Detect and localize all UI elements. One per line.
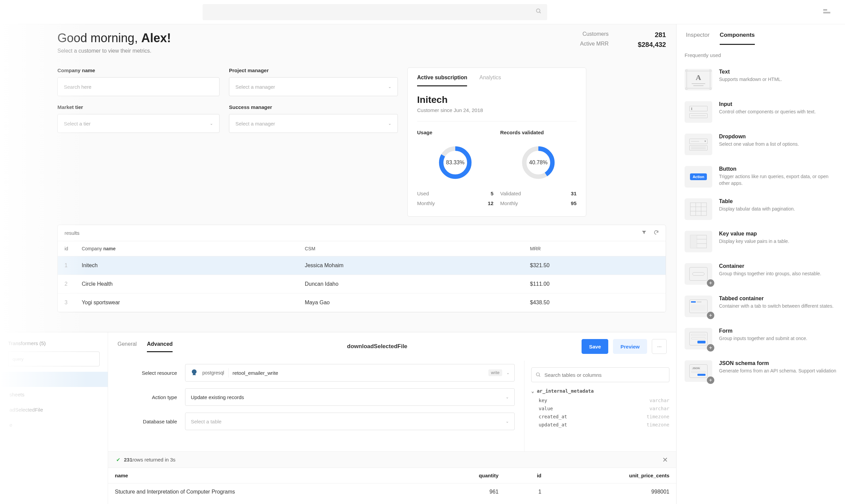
dg-col-name[interactable]: name (108, 468, 426, 483)
resource-mode: write (488, 370, 502, 376)
svg-rect-17 (690, 235, 697, 248)
action-select[interactable]: Update existing records⌄ (185, 388, 515, 406)
filter-icon[interactable] (641, 230, 647, 236)
container-icon: + (685, 263, 712, 285)
query-search[interactable]: query (8, 352, 100, 366)
usage-monthly-value: 12 (488, 200, 494, 206)
usage-pct: 83.33% (446, 160, 464, 166)
tree-column[interactable]: valuevarchar (531, 404, 669, 413)
component-item-text[interactable]: ATextSupports markdown or HTML. (685, 64, 837, 96)
inspector-panel: Inspector Components Frequently used ATe… (676, 24, 845, 504)
global-search-input[interactable] (208, 10, 536, 15)
dropdown-icon: ▾ (685, 133, 712, 155)
more-icon[interactable]: ⋯ (652, 339, 667, 354)
table-row[interactable]: 3Yogi sportswearMaya Gao$438.50 (58, 293, 666, 312)
col-csm[interactable]: CSM (298, 241, 523, 256)
tree-column[interactable]: created_attimezone (531, 413, 669, 421)
plus-icon: + (707, 312, 714, 319)
tree-node[interactable]: ⌄ar_internal_metadata (531, 388, 669, 394)
col-mrr[interactable]: MRR (523, 241, 666, 256)
dg-col-upc[interactable]: unit_price_cents (548, 468, 676, 483)
tab-active-subscription[interactable]: Active subscription (417, 75, 467, 86)
results-count: results (65, 230, 79, 236)
tab-components[interactable]: Components (720, 32, 755, 45)
table-row[interactable]: Stucture and Interpretation of Computer … (108, 483, 676, 501)
resource-select[interactable]: postgresql retool_emailer_write write ⌄ (185, 364, 515, 381)
stat-customers-value: 281 (622, 31, 666, 39)
svg-line-1 (539, 12, 541, 13)
records-monthly-value: 95 (571, 200, 576, 206)
panels-icon[interactable] (822, 7, 831, 17)
table-select[interactable]: Select a table⌄ (185, 413, 515, 430)
save-button[interactable]: Save (582, 339, 608, 354)
table-row[interactable]: 2Circle HealthDuncan Idaho$111.00 (58, 275, 666, 293)
tab-general[interactable]: General (118, 341, 137, 352)
form-icon: + (685, 328, 712, 349)
col-id[interactable]: id (58, 241, 75, 256)
component-item-table[interactable]: TableDisplay tabular data with paginatio… (685, 193, 837, 226)
sm-label: Success manager (229, 104, 398, 110)
svg-line-19 (539, 376, 540, 377)
tab-analytics[interactable]: Analytics (479, 75, 501, 86)
preview-button[interactable]: Preview (613, 339, 647, 354)
close-icon[interactable]: ✕ (662, 456, 668, 464)
company-label: Company name (57, 68, 220, 73)
table-label: Database table (118, 419, 185, 425)
company-search-input[interactable]: Search here (57, 77, 220, 96)
plus-icon: + (707, 344, 714, 352)
components-section-title: Frequently used (685, 52, 837, 58)
subscription-panel: Active subscription Analytics Initech Cu… (407, 68, 586, 217)
resource-db: postgresql (202, 370, 224, 376)
tab-inspector[interactable]: Inspector (686, 32, 710, 45)
check-icon: ✔ (116, 457, 121, 463)
stat-mrr-label: Active MRR (568, 41, 608, 49)
input-icon: I (685, 101, 712, 123)
svg-point-18 (536, 373, 539, 376)
records-pct: 40.78% (529, 160, 548, 166)
subscription-company: Initech (417, 94, 576, 105)
columns-search-input[interactable] (545, 372, 665, 378)
button-icon: Action (685, 166, 712, 187)
svg-point-0 (536, 9, 540, 13)
dg-col-quantity[interactable]: quantity (426, 468, 505, 483)
component-item-form[interactable]: +FormGroup inputs together and submit at… (685, 323, 837, 355)
pm-select[interactable]: Select a manager⌄ (229, 77, 398, 96)
tree-column[interactable]: updated_attimezone (531, 421, 669, 429)
tier-select[interactable]: Select a tier⌄ (57, 114, 220, 133)
table-icon (685, 198, 712, 220)
component-item-button[interactable]: ActionButtonTrigger actions like run que… (685, 161, 837, 193)
records-title: Records validated (500, 129, 576, 135)
col-company[interactable]: Company name (75, 241, 298, 256)
list-item[interactable]: sheets (0, 387, 108, 402)
list-item[interactable] (0, 372, 108, 387)
component-item-json[interactable]: JSON+JSON schema formGenerate forms from… (685, 355, 837, 387)
tab-transformers[interactable]: Transformers (5) (8, 340, 46, 346)
used-label: Used (417, 191, 429, 196)
tab-advanced[interactable]: Advanced (147, 341, 173, 352)
bottom-panel: Transformers (5) query sheetsadSelectedF… (0, 332, 676, 504)
sm-select[interactable]: Select a manager⌄ (229, 114, 398, 133)
component-item-dropdown[interactable]: ▾DropdownSelect one value from a list of… (685, 128, 837, 161)
status-text: rows returned in 3s (132, 457, 176, 463)
tier-label: Market tier (57, 104, 220, 110)
stat-mrr-value: $284,432 (622, 41, 666, 49)
global-search[interactable] (203, 4, 547, 20)
component-item-kvmap[interactable]: Key value mapDisplay key value pairs in … (685, 226, 837, 258)
list-item[interactable]: adSelectedFile (0, 402, 108, 417)
dg-col-id[interactable]: id (505, 468, 548, 483)
columns-search[interactable] (531, 367, 669, 382)
resource-label: Select resource (118, 370, 185, 376)
plus-icon: + (707, 279, 714, 287)
list-item[interactable]: e (0, 417, 108, 432)
chevron-down-icon: ⌄ (531, 388, 534, 394)
table-row[interactable]: 1InitechJessica Mohaim$321.50 (58, 256, 666, 275)
postgresql-icon (190, 369, 198, 377)
component-item-container[interactable]: +ContainerGroup things together into gro… (685, 258, 837, 290)
action-label: Action type (118, 394, 185, 400)
stat-customers-label: Customers (568, 31, 608, 39)
component-item-tabbed[interactable]: +Tabbed containerContainer with a tab to… (685, 290, 837, 323)
component-item-input[interactable]: IInputControl other components or querie… (685, 96, 837, 128)
tree-column[interactable]: keyvarchar (531, 396, 669, 404)
refresh-icon[interactable] (654, 230, 659, 236)
chevron-down-icon: ⌄ (505, 419, 509, 424)
